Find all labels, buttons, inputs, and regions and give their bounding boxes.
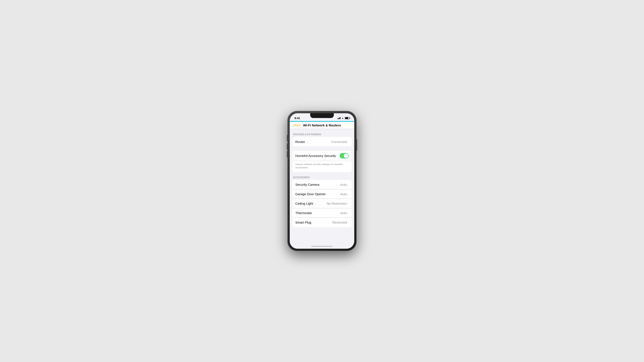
garage-door-label: Garage Door Opener bbox=[295, 192, 326, 196]
security-camera-right: Auto › bbox=[340, 183, 349, 186]
accessories-section: ACCESSORIES Security Camera Auto › Garag… bbox=[290, 176, 354, 227]
scene: 9:41 ▲ bbox=[286, 111, 358, 251]
security-camera-value: Auto bbox=[340, 183, 347, 186]
home-indicator bbox=[290, 244, 354, 249]
security-camera-chevron-icon: › bbox=[348, 183, 349, 186]
smart-plug-label: Smart Plug bbox=[295, 221, 311, 224]
bottom-spacer bbox=[290, 227, 354, 234]
thermostat-value: Auto bbox=[340, 211, 347, 215]
routers-section: ROUTERS & EXTENDERS Router Connected › bbox=[290, 133, 354, 146]
back-button[interactable]: ‹ Back bbox=[293, 123, 300, 127]
garage-door-chevron-icon: › bbox=[348, 192, 349, 196]
homekit-label: HomeKit Accessory Security bbox=[295, 154, 336, 158]
thermostat-right: Auto › bbox=[340, 211, 349, 215]
phone-device: 9:41 ▲ bbox=[288, 111, 356, 251]
smart-plug-item[interactable]: Smart Plug Restricted › bbox=[292, 218, 352, 227]
homekit-toggle[interactable] bbox=[340, 153, 349, 158]
toggle-knob bbox=[344, 153, 348, 158]
back-chevron-icon: ‹ bbox=[293, 123, 294, 127]
router-right: Connected › bbox=[331, 140, 349, 144]
homekit-toggle-row: HomeKit Accessory Security bbox=[292, 151, 352, 161]
home-bar bbox=[311, 246, 333, 247]
ceiling-light-item[interactable]: Ceiling Light No Restriction › bbox=[292, 199, 352, 208]
content-area: ROUTERS & EXTENDERS Router Connected › bbox=[290, 129, 354, 244]
routers-list: Router Connected › bbox=[292, 137, 352, 146]
notch bbox=[310, 113, 334, 118]
homekit-description: Impose network security settings for Hom… bbox=[292, 161, 352, 172]
ceiling-light-chevron-icon: › bbox=[348, 202, 349, 205]
smart-plug-chevron-icon: › bbox=[348, 221, 349, 224]
homekit-body: HomeKit Accessory Security Impose networ… bbox=[292, 151, 352, 172]
router-chevron-icon: › bbox=[348, 140, 349, 143]
security-camera-item[interactable]: Security Camera Auto › bbox=[292, 180, 352, 189]
status-time: 9:41 bbox=[294, 116, 300, 120]
garage-door-value: Auto bbox=[340, 192, 347, 196]
battery-icon bbox=[345, 117, 350, 119]
ceiling-light-right: No Restriction › bbox=[326, 202, 349, 205]
back-label: Back bbox=[294, 124, 300, 127]
homekit-section: HomeKit Accessory Security Impose networ… bbox=[290, 151, 354, 172]
status-icons: ▲ bbox=[337, 117, 350, 119]
garage-door-right: Auto › bbox=[340, 192, 349, 196]
smart-plug-right: Restricted › bbox=[332, 221, 349, 224]
thermostat-chevron-icon: › bbox=[348, 211, 349, 215]
signal-icon bbox=[337, 117, 340, 119]
thermostat-label: Thermostat bbox=[295, 211, 312, 215]
ceiling-light-value: No Restriction bbox=[326, 202, 347, 205]
smart-plug-value: Restricted bbox=[332, 221, 347, 224]
router-label: Router bbox=[295, 140, 305, 144]
accessories-list: Security Camera Auto › Garage Door Opene… bbox=[292, 180, 352, 227]
router-item[interactable]: Router Connected › bbox=[292, 137, 352, 146]
garage-door-item[interactable]: Garage Door Opener Auto › bbox=[292, 189, 352, 199]
page-title: Wi-Fi Network & Routers bbox=[303, 123, 341, 127]
routers-header: ROUTERS & EXTENDERS bbox=[290, 133, 354, 137]
router-value: Connected bbox=[331, 140, 347, 144]
accessories-header: ACCESSORIES bbox=[290, 176, 354, 180]
wifi-icon: ▲ bbox=[342, 117, 344, 119]
security-camera-label: Security Camera bbox=[295, 183, 320, 186]
ceiling-light-label: Ceiling Light bbox=[295, 202, 313, 205]
nav-bar: ‹ Back Wi-Fi Network & Routers bbox=[290, 122, 354, 129]
phone-screen: 9:41 ▲ bbox=[290, 113, 354, 249]
thermostat-item[interactable]: Thermostat Auto › bbox=[292, 208, 352, 218]
